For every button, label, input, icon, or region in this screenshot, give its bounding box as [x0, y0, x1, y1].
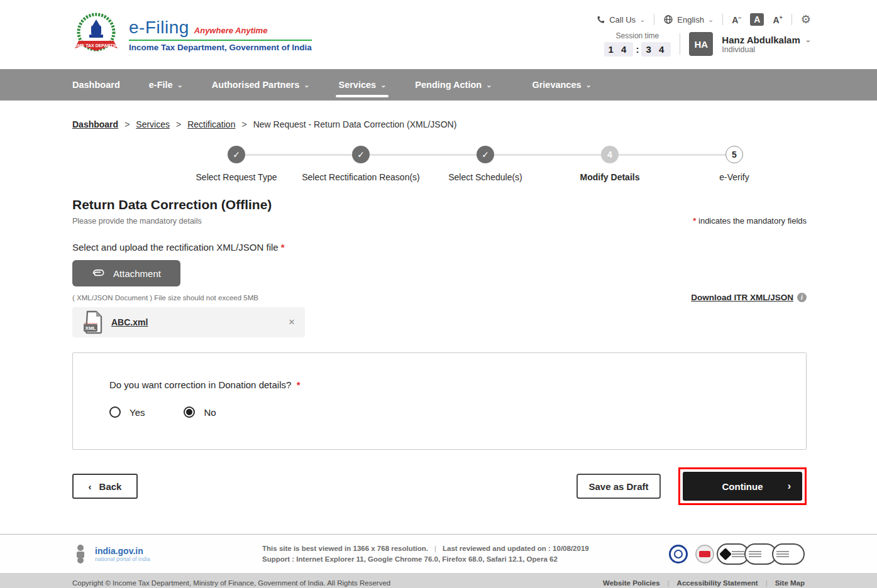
- best-viewed-text: This site is best viewed in 1366 x 768 r…: [262, 545, 428, 552]
- divider: |: [766, 579, 768, 587]
- back-button[interactable]: ‹ Back: [72, 474, 138, 499]
- call-us-label: Call Us: [609, 15, 636, 24]
- annotation-highlight-box: Continue ›: [678, 467, 807, 505]
- india-gov-portal-logo[interactable]: india.gov.in national portal of india: [72, 543, 150, 565]
- session-timer: Session time 1 4 : 3 4: [604, 31, 671, 57]
- info-icon[interactable]: i: [797, 293, 807, 302]
- step-e-verify: 5 e-Verify: [672, 146, 797, 182]
- india-gov-emblem-icon: [72, 543, 89, 565]
- radio-no[interactable]: No: [184, 406, 216, 418]
- avatar[interactable]: HA: [689, 32, 713, 56]
- chevron-down-icon: ⌄: [586, 81, 592, 89]
- font-increase-button[interactable]: A+: [773, 14, 782, 25]
- website-policies-link[interactable]: Website Policies: [603, 579, 660, 587]
- user-role: Individual: [722, 45, 811, 54]
- chevron-down-icon: ⌄: [486, 81, 492, 89]
- chevron-down-icon: ⌄: [708, 16, 714, 24]
- trust-seal-icon: [695, 545, 714, 564]
- radio-yes-circle[interactable]: [109, 406, 121, 418]
- user-menu[interactable]: Hanz Abdulkalam ⌄: [722, 35, 811, 45]
- footer: india.gov.in national portal of india Th…: [0, 534, 877, 573]
- download-itr-link[interactable]: Download ITR XML/JSON: [691, 293, 793, 302]
- continue-button-label: Continue: [722, 481, 763, 492]
- brand-subtitle: Income Tax Department, Government of Ind…: [129, 43, 312, 52]
- chevron-down-icon: ⌄: [380, 81, 386, 89]
- site-map-link[interactable]: Site Map: [775, 579, 805, 587]
- breadcrumb-separator: >: [241, 119, 246, 129]
- svg-text:XML: XML: [85, 325, 96, 331]
- file-size-hint: ( XML/JSON Document ) File size should n…: [72, 294, 258, 302]
- step-modify-details: 4 Modify Details: [548, 146, 672, 182]
- step-number: 5: [725, 146, 743, 163]
- back-button-label: Back: [99, 481, 122, 492]
- nav-efile[interactable]: e-File⌄: [149, 69, 183, 101]
- step-select-schedules: ✓ Select Schedule(s): [423, 146, 548, 182]
- session-minutes: 1 4: [604, 42, 634, 57]
- settings-gear-icon[interactable]: ⚙: [801, 13, 811, 26]
- portal-name: india.gov.in: [95, 546, 150, 556]
- nav-dashboard[interactable]: Dashboard: [72, 69, 120, 101]
- accessibility-statement-link[interactable]: Accessibility Statement: [677, 579, 758, 587]
- xml-file-icon: XML: [82, 310, 104, 334]
- page-subtitle: Please provide the mandatory details: [72, 217, 202, 226]
- iso-certification-icon: [772, 543, 805, 565]
- nav-services[interactable]: Services⌄: [338, 69, 386, 101]
- breadcrumb: Dashboard > Services > Rectification > N…: [72, 119, 807, 129]
- remove-file-icon[interactable]: ×: [289, 316, 295, 329]
- language-label: English: [677, 15, 704, 24]
- chevron-down-icon: ⌄: [304, 81, 309, 89]
- breadcrumb-rectification[interactable]: Rectification: [187, 119, 235, 129]
- step-select-rectification-reasons: ✓ Select Rectification Reason(s): [299, 146, 423, 182]
- font-decrease-button[interactable]: A–: [732, 14, 741, 25]
- font-normal-button[interactable]: A: [750, 13, 764, 26]
- divider: [722, 14, 723, 25]
- uploaded-file-name[interactable]: ABC.xml: [111, 317, 148, 327]
- income-tax-emblem-logo: INCOME TAX DEPARTMENT: [72, 11, 120, 58]
- breadcrumb-dashboard[interactable]: Dashboard: [72, 119, 118, 129]
- session-seconds: 3 4: [641, 42, 671, 57]
- call-us-menu[interactable]: Call Us ⌄: [596, 15, 645, 24]
- svg-text:INCOME TAX DEPARTMENT: INCOME TAX DEPARTMENT: [72, 43, 120, 48]
- step-check-icon: ✓: [228, 146, 245, 163]
- mandatory-fields-note: * indicates the mandatory fields: [693, 216, 807, 226]
- session-time-label: Session time: [616, 31, 659, 40]
- chevron-left-icon: ‹: [89, 481, 92, 492]
- radio-yes-label: Yes: [130, 407, 145, 418]
- divider: [680, 33, 680, 55]
- breadcrumb-services[interactable]: Services: [136, 119, 170, 129]
- page-title: Return Data Correction (Offline): [72, 197, 807, 212]
- chevron-down-icon: ⌄: [805, 36, 811, 44]
- attachment-button-label: Attachment: [113, 268, 161, 279]
- nav-authorised-partners[interactable]: Authorised Partners⌄: [212, 69, 310, 101]
- radio-no-label: No: [204, 407, 216, 418]
- continue-button[interactable]: Continue ›: [683, 472, 802, 501]
- step-number: 4: [601, 146, 619, 163]
- brand-tagline: Anywhere Anytime: [194, 26, 268, 35]
- copyright-text: Copyright © Income Tax Department, Minis…: [72, 579, 390, 587]
- nav-grievances[interactable]: Grievances⌄: [532, 69, 591, 101]
- bottom-bar: Copyright © Income Tax Department, Minis…: [0, 573, 877, 588]
- topbar: Call Us ⌄ English ⌄ A– A A+ ⚙: [596, 13, 811, 26]
- divider: [792, 14, 792, 25]
- progress-stepper: ✓ Select Request Type ✓ Select Rectifica…: [174, 146, 797, 182]
- portal-tagline: national portal of india: [95, 556, 150, 562]
- language-menu[interactable]: English ⌄: [663, 14, 714, 24]
- browser-support-text: Support : Internet Explorer 11, Google C…: [262, 555, 558, 563]
- uploaded-file-chip: XML ABC.xml ×: [72, 307, 305, 337]
- divider: |: [668, 579, 670, 587]
- certification-badges: [669, 543, 805, 565]
- nav-pending-action[interactable]: Pending Action⌄: [415, 69, 492, 101]
- attachment-button[interactable]: Attachment: [72, 260, 180, 286]
- save-as-draft-button[interactable]: Save as Draft: [576, 474, 661, 499]
- paperclip-icon: [92, 268, 106, 278]
- quality-seal-icon: [669, 545, 688, 564]
- step-check-icon: ✓: [352, 146, 370, 163]
- breadcrumb-current: New Request - Return Data Correction (XM…: [253, 119, 457, 129]
- radio-yes[interactable]: Yes: [109, 406, 145, 418]
- brand-title: e-Filing: [129, 18, 189, 38]
- radio-no-circle-selected[interactable]: [184, 406, 195, 418]
- chevron-down-icon: ⌄: [177, 81, 183, 89]
- time-separator: :: [636, 44, 639, 55]
- divider: |: [434, 545, 436, 552]
- chevron-right-icon: ›: [788, 481, 791, 492]
